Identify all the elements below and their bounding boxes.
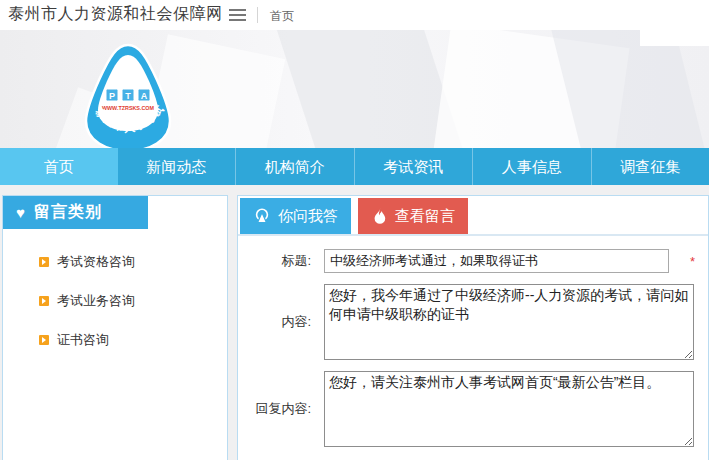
- nav-item-news[interactable]: 新闻动态: [118, 148, 236, 185]
- home-link[interactable]: 首页: [270, 8, 294, 25]
- message-form: 标题: * 内容: 您好，我今年通过了中级经济师--人力资源的考试，请问如何申请…: [238, 236, 708, 447]
- header-divider: [257, 7, 258, 23]
- nav-item-home[interactable]: 首页: [0, 148, 118, 185]
- tab-ask-answer[interactable]: 你问我答: [240, 198, 351, 234]
- arrow-icon: [39, 296, 49, 306]
- title-row: 标题: *: [238, 249, 708, 273]
- nav-item-hr-info[interactable]: 人事信息: [472, 148, 591, 185]
- required-asterisk: *: [690, 254, 695, 269]
- sidebar-title: 留言类别: [34, 202, 102, 223]
- banner-shape: [640, 30, 709, 46]
- title-input[interactable]: [324, 249, 669, 273]
- heart-icon: ♥: [16, 204, 25, 221]
- sidebar-item-exam-qualification[interactable]: 考试资格咨询: [39, 253, 227, 271]
- nav-item-exam-info[interactable]: 考试资讯: [354, 148, 473, 185]
- reply-row: 回复内容: 您好，请关注泰州市人事考试网首页“最新公告”栏目。: [238, 371, 708, 447]
- svg-text:A: A: [141, 91, 148, 101]
- content-label: 内容:: [238, 313, 311, 331]
- tabs-row: 你问我答 查看留言: [238, 196, 708, 236]
- logo-url: WWW.TZRSKS.COM: [102, 105, 155, 111]
- logo-pta-letters: P T A: [106, 89, 150, 101]
- page: 泰州市人力资源和社会保障网 首页 P T A WWW.TZRSKS.COM: [0, 0, 709, 460]
- svg-text:P: P: [109, 91, 115, 101]
- flame-icon: [371, 207, 388, 225]
- pta-logo: P T A WWW.TZRSKS.COM 泰州市人事考试网: [73, 42, 183, 148]
- category-list: 考试资格咨询 考试业务咨询 证书咨询: [39, 253, 227, 349]
- top-header: 泰州市人力资源和社会保障网 首页: [0, 0, 709, 30]
- reply-textarea[interactable]: 您好，请关注泰州市人事考试网首页“最新公告”栏目。: [324, 371, 694, 447]
- site-title: 泰州市人力资源和社会保障网: [8, 4, 223, 25]
- content-textarea[interactable]: 您好，我今年通过了中级经济师--人力资源的考试，请问如何申请中级职称的证书: [324, 284, 694, 360]
- tab-view-messages[interactable]: 查看留言: [358, 198, 468, 234]
- broadcast-icon: [253, 207, 271, 225]
- title-label: 标题:: [238, 252, 311, 270]
- main-nav: 首页 新闻动态 机构简介 考试资讯 人事信息 调查征集: [0, 148, 709, 185]
- reply-label: 回复内容:: [238, 400, 311, 418]
- content-row: 内容: 您好，我今年通过了中级经济师--人力资源的考试，请问如何申请中级职称的证…: [238, 284, 708, 360]
- nav-item-survey[interactable]: 调查征集: [591, 148, 709, 185]
- arrow-icon: [39, 335, 49, 345]
- svg-text:T: T: [125, 91, 131, 101]
- main-panel: 你问我答 查看留言 标题: * 内容: 您好，我今年通过了中级经济师--人力资源…: [237, 195, 709, 460]
- arrow-icon: [39, 257, 49, 267]
- sidebar-item-exam-business[interactable]: 考试业务咨询: [39, 292, 227, 310]
- hamburger-menu-icon[interactable]: [229, 9, 246, 21]
- nav-item-about[interactable]: 机构简介: [235, 148, 354, 185]
- sidebar-panel: ♥ 留言类别 考试资格咨询 考试业务咨询 证书咨询: [2, 195, 228, 460]
- sidebar-header: ♥ 留言类别: [3, 196, 148, 229]
- banner: P T A WWW.TZRSKS.COM 泰州市人事考试网: [0, 30, 709, 148]
- sidebar-item-certificate[interactable]: 证书咨询: [39, 331, 227, 349]
